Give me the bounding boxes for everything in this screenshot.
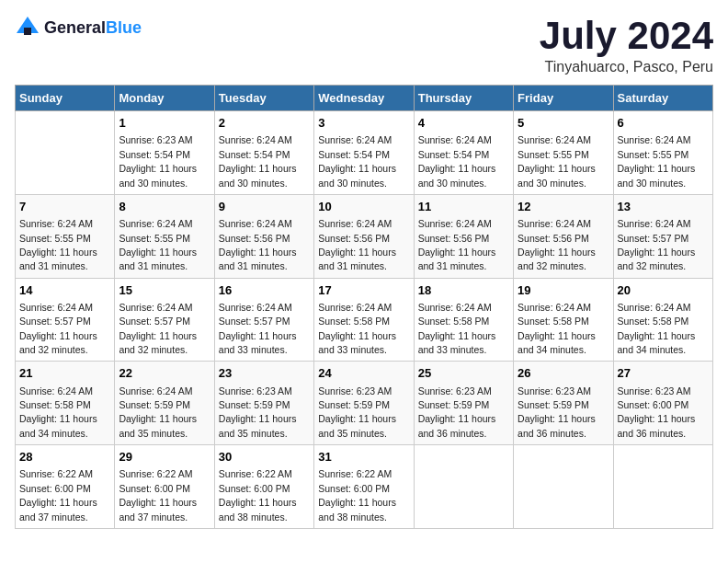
header-cell: Thursday — [414, 86, 513, 111]
header-row: SundayMondayTuesdayWednesdayThursdayFrid… — [16, 86, 713, 111]
week-row: 7Sunrise: 6:24 AMSunset: 5:55 PMDaylight… — [16, 194, 713, 278]
day-detail: Sunrise: 6:22 AMSunset: 6:00 PMDaylight:… — [19, 468, 97, 522]
day-cell: 26Sunrise: 6:23 AMSunset: 5:59 PMDayligh… — [514, 362, 613, 445]
logo: GeneralBlue — [15, 15, 142, 40]
day-detail: Sunrise: 6:24 AMSunset: 5:58 PMDaylight:… — [418, 302, 496, 355]
day-cell: 18Sunrise: 6:24 AMSunset: 5:58 PMDayligh… — [414, 278, 513, 362]
day-detail: Sunrise: 6:23 AMSunset: 5:59 PMDaylight:… — [318, 385, 396, 439]
week-row: 1Sunrise: 6:23 AMSunset: 5:54 PMDaylight… — [16, 111, 713, 195]
day-detail: Sunrise: 6:24 AMSunset: 5:57 PMDaylight:… — [119, 302, 197, 355]
day-detail: Sunrise: 6:23 AMSunset: 5:59 PMDaylight:… — [518, 385, 596, 439]
day-detail: Sunrise: 6:24 AMSunset: 5:58 PMDaylight:… — [318, 302, 396, 355]
day-number: 5 — [518, 115, 609, 132]
day-detail: Sunrise: 6:24 AMSunset: 5:54 PMDaylight:… — [318, 134, 396, 188]
day-cell: 20Sunrise: 6:24 AMSunset: 5:58 PMDayligh… — [613, 278, 712, 362]
day-detail: Sunrise: 6:22 AMSunset: 6:00 PMDaylight:… — [119, 468, 197, 522]
day-number: 8 — [119, 199, 210, 215]
day-cell — [613, 445, 712, 529]
day-number: 18 — [418, 282, 509, 299]
day-number: 11 — [418, 199, 509, 215]
day-number: 7 — [19, 199, 110, 215]
day-number: 2 — [219, 115, 310, 132]
day-detail: Sunrise: 6:24 AMSunset: 5:55 PMDaylight:… — [19, 218, 97, 271]
day-cell: 8Sunrise: 6:24 AMSunset: 5:55 PMDaylight… — [115, 194, 214, 278]
day-number: 24 — [318, 365, 409, 382]
header-cell: Monday — [115, 86, 214, 111]
day-cell: 4Sunrise: 6:24 AMSunset: 5:54 PMDaylight… — [414, 111, 513, 195]
day-number: 1 — [119, 115, 210, 132]
day-number: 10 — [318, 199, 409, 215]
day-number: 19 — [518, 282, 609, 299]
day-cell: 2Sunrise: 6:24 AMSunset: 5:54 PMDaylight… — [214, 111, 313, 195]
day-cell: 12Sunrise: 6:24 AMSunset: 5:56 PMDayligh… — [514, 194, 613, 278]
day-cell: 13Sunrise: 6:24 AMSunset: 5:57 PMDayligh… — [613, 194, 712, 278]
day-number: 22 — [119, 365, 210, 382]
day-detail: Sunrise: 6:24 AMSunset: 5:56 PMDaylight:… — [318, 218, 396, 271]
day-cell: 23Sunrise: 6:23 AMSunset: 5:59 PMDayligh… — [214, 362, 313, 445]
day-detail: Sunrise: 6:23 AMSunset: 5:54 PMDaylight:… — [119, 134, 197, 188]
day-cell: 31Sunrise: 6:22 AMSunset: 6:00 PMDayligh… — [314, 445, 414, 529]
page-header: GeneralBlue July 2024 Tinyahuarco, Pasco… — [15, 15, 713, 75]
week-row: 21Sunrise: 6:24 AMSunset: 5:58 PMDayligh… — [16, 362, 713, 445]
day-cell: 16Sunrise: 6:24 AMSunset: 5:57 PMDayligh… — [214, 278, 313, 362]
day-detail: Sunrise: 6:24 AMSunset: 5:56 PMDaylight:… — [518, 218, 596, 271]
day-cell: 9Sunrise: 6:24 AMSunset: 5:56 PMDaylight… — [214, 194, 313, 278]
day-cell: 14Sunrise: 6:24 AMSunset: 5:57 PMDayligh… — [16, 278, 115, 362]
day-detail: Sunrise: 6:24 AMSunset: 5:55 PMDaylight:… — [119, 218, 197, 271]
day-detail: Sunrise: 6:24 AMSunset: 5:55 PMDaylight:… — [518, 134, 596, 188]
subtitle: Tinyahuarco, Pasco, Peru — [540, 59, 713, 75]
day-number: 29 — [119, 449, 210, 465]
header-cell: Friday — [514, 86, 613, 111]
day-number: 13 — [618, 199, 709, 215]
day-number: 23 — [219, 365, 310, 382]
day-number: 9 — [219, 199, 310, 215]
day-detail: Sunrise: 6:23 AMSunset: 5:59 PMDaylight:… — [418, 385, 496, 439]
header-cell: Wednesday — [314, 86, 414, 111]
day-detail: Sunrise: 6:24 AMSunset: 5:58 PMDaylight:… — [618, 302, 696, 355]
day-cell: 28Sunrise: 6:22 AMSunset: 6:00 PMDayligh… — [16, 445, 115, 529]
day-number: 27 — [618, 365, 709, 382]
day-cell — [414, 445, 513, 529]
day-cell — [16, 111, 115, 195]
logo-icon — [15, 15, 40, 40]
day-detail: Sunrise: 6:24 AMSunset: 5:56 PMDaylight:… — [219, 218, 297, 271]
day-detail: Sunrise: 6:24 AMSunset: 5:59 PMDaylight:… — [119, 385, 197, 439]
day-cell: 22Sunrise: 6:24 AMSunset: 5:59 PMDayligh… — [115, 362, 214, 445]
day-cell: 24Sunrise: 6:23 AMSunset: 5:59 PMDayligh… — [314, 362, 414, 445]
week-row: 28Sunrise: 6:22 AMSunset: 6:00 PMDayligh… — [16, 445, 713, 529]
main-title: July 2024 — [540, 15, 713, 57]
day-number: 21 — [19, 365, 110, 382]
day-cell — [514, 445, 613, 529]
day-detail: Sunrise: 6:23 AMSunset: 5:59 PMDaylight:… — [219, 385, 297, 439]
logo-text-general: General — [44, 18, 106, 37]
day-detail: Sunrise: 6:24 AMSunset: 5:57 PMDaylight:… — [19, 302, 97, 355]
day-cell: 17Sunrise: 6:24 AMSunset: 5:58 PMDayligh… — [314, 278, 414, 362]
day-detail: Sunrise: 6:24 AMSunset: 5:58 PMDaylight:… — [518, 302, 596, 355]
day-cell: 11Sunrise: 6:24 AMSunset: 5:56 PMDayligh… — [414, 194, 513, 278]
day-number: 31 — [318, 449, 409, 465]
week-row: 14Sunrise: 6:24 AMSunset: 5:57 PMDayligh… — [16, 278, 713, 362]
day-number: 30 — [219, 449, 310, 465]
day-number: 16 — [219, 282, 310, 299]
day-cell: 5Sunrise: 6:24 AMSunset: 5:55 PMDaylight… — [514, 111, 613, 195]
svg-rect-1 — [24, 28, 31, 35]
day-cell: 1Sunrise: 6:23 AMSunset: 5:54 PMDaylight… — [115, 111, 214, 195]
day-number: 28 — [19, 449, 110, 465]
day-number: 15 — [119, 282, 210, 299]
header-cell: Tuesday — [214, 86, 313, 111]
day-cell: 30Sunrise: 6:22 AMSunset: 6:00 PMDayligh… — [214, 445, 313, 529]
day-detail: Sunrise: 6:24 AMSunset: 5:57 PMDaylight:… — [219, 302, 297, 355]
day-cell: 6Sunrise: 6:24 AMSunset: 5:55 PMDaylight… — [613, 111, 712, 195]
day-detail: Sunrise: 6:23 AMSunset: 6:00 PMDaylight:… — [618, 385, 696, 439]
day-number: 6 — [618, 115, 709, 132]
day-cell: 25Sunrise: 6:23 AMSunset: 5:59 PMDayligh… — [414, 362, 513, 445]
day-number: 14 — [19, 282, 110, 299]
day-cell: 3Sunrise: 6:24 AMSunset: 5:54 PMDaylight… — [314, 111, 414, 195]
day-detail: Sunrise: 6:24 AMSunset: 5:54 PMDaylight:… — [418, 134, 496, 188]
day-detail: Sunrise: 6:24 AMSunset: 5:57 PMDaylight:… — [618, 218, 696, 271]
day-detail: Sunrise: 6:24 AMSunset: 5:58 PMDaylight:… — [19, 385, 97, 439]
day-cell: 19Sunrise: 6:24 AMSunset: 5:58 PMDayligh… — [514, 278, 613, 362]
day-number: 25 — [418, 365, 509, 382]
header-cell: Saturday — [613, 86, 712, 111]
day-number: 4 — [418, 115, 509, 132]
